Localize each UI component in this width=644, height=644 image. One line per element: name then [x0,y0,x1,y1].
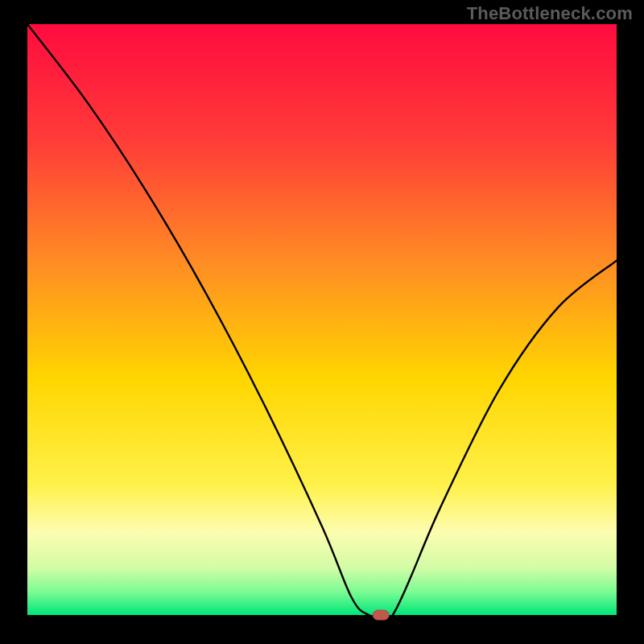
watermark-text: TheBottleneck.com [467,3,633,24]
chart-frame: TheBottleneck.com [0,0,644,644]
bottleneck-chart [0,0,644,644]
optimum-marker [373,610,389,620]
